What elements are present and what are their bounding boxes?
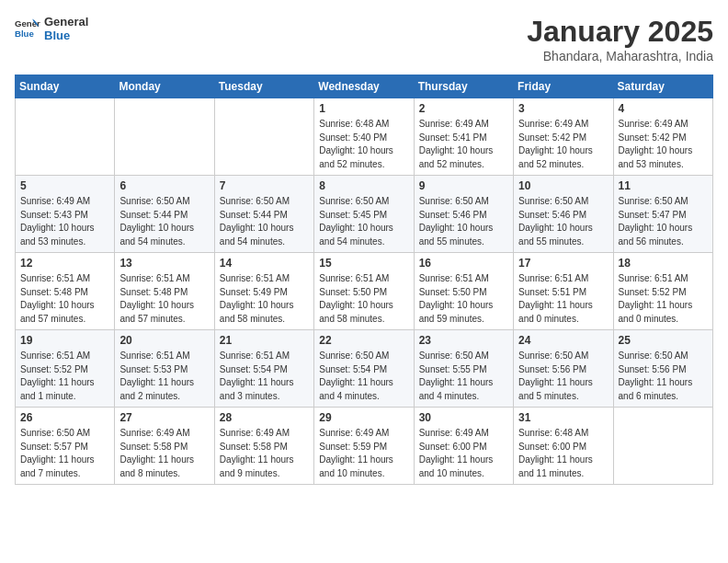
calendar-cell: 8Sunrise: 6:50 AMSunset: 5:45 PMDaylight… — [314, 176, 414, 253]
calendar-cell: 17Sunrise: 6:51 AMSunset: 5:51 PMDayligh… — [514, 253, 613, 330]
title-block: January 2025 Bhandara, Maharashtra, Indi… — [527, 15, 713, 63]
day-info: Sunrise: 6:51 AMSunset: 5:53 PMDaylight:… — [119, 350, 209, 403]
day-number: 21 — [220, 334, 309, 347]
day-info: Sunrise: 6:51 AMSunset: 5:50 PMDaylight:… — [319, 272, 408, 326]
calendar-cell: 14Sunrise: 6:51 AMSunset: 5:49 PMDayligh… — [214, 253, 313, 330]
day-info: Sunrise: 6:51 AMSunset: 5:48 PMDaylight:… — [119, 272, 209, 326]
calendar-cell: 6Sunrise: 6:50 AMSunset: 5:44 PMDaylight… — [115, 176, 214, 253]
calendar-week-1: 1Sunrise: 6:48 AMSunset: 5:40 PMDaylight… — [16, 98, 713, 176]
calendar-cell: 15Sunrise: 6:51 AMSunset: 5:50 PMDayligh… — [314, 253, 414, 330]
logo-icon: General Blue — [15, 16, 40, 41]
day-number: 19 — [20, 334, 109, 347]
day-number: 11 — [619, 179, 708, 192]
day-info: Sunrise: 6:49 AMSunset: 5:58 PMDaylight:… — [220, 427, 309, 480]
day-info: Sunrise: 6:51 AMSunset: 5:54 PMDaylight:… — [220, 350, 309, 403]
day-number: 12 — [20, 257, 109, 270]
day-info: Sunrise: 6:49 AMSunset: 5:42 PMDaylight:… — [619, 118, 708, 171]
day-info: Sunrise: 6:49 AMSunset: 6:00 PMDaylight:… — [419, 427, 508, 480]
day-number: 3 — [518, 102, 608, 115]
calendar-cell: 29Sunrise: 6:49 AMSunset: 5:59 PMDayligh… — [314, 408, 414, 485]
weekday-header-wednesday: Wednesday — [314, 75, 414, 98]
day-info: Sunrise: 6:49 AMSunset: 5:58 PMDaylight:… — [119, 427, 209, 480]
day-info: Sunrise: 6:51 AMSunset: 5:51 PMDaylight:… — [518, 272, 608, 326]
day-number: 15 — [319, 257, 408, 270]
day-number: 13 — [119, 257, 209, 270]
day-number: 8 — [319, 179, 408, 192]
calendar-cell: 10Sunrise: 6:50 AMSunset: 5:46 PMDayligh… — [514, 176, 613, 253]
day-number: 20 — [119, 334, 209, 347]
day-info: Sunrise: 6:50 AMSunset: 5:46 PMDaylight:… — [419, 195, 508, 248]
day-number: 14 — [220, 257, 309, 270]
calendar-cell: 5Sunrise: 6:49 AMSunset: 5:43 PMDaylight… — [16, 176, 115, 253]
calendar-cell: 12Sunrise: 6:51 AMSunset: 5:48 PMDayligh… — [16, 253, 115, 330]
day-number: 22 — [319, 334, 408, 347]
day-info: Sunrise: 6:49 AMSunset: 5:59 PMDaylight:… — [319, 427, 408, 480]
calendar-cell — [214, 98, 313, 176]
calendar-cell: 31Sunrise: 6:48 AMSunset: 6:00 PMDayligh… — [514, 408, 613, 485]
calendar-cell: 16Sunrise: 6:51 AMSunset: 5:50 PMDayligh… — [414, 253, 513, 330]
day-info: Sunrise: 6:51 AMSunset: 5:52 PMDaylight:… — [619, 272, 708, 326]
calendar-table: SundayMondayTuesdayWednesdayThursdayFrid… — [15, 75, 713, 485]
calendar-cell: 21Sunrise: 6:51 AMSunset: 5:54 PMDayligh… — [214, 330, 313, 408]
day-info: Sunrise: 6:50 AMSunset: 5:47 PMDaylight:… — [619, 195, 708, 248]
calendar-cell: 28Sunrise: 6:49 AMSunset: 5:58 PMDayligh… — [214, 408, 313, 485]
calendar-week-2: 5Sunrise: 6:49 AMSunset: 5:43 PMDaylight… — [16, 176, 713, 253]
day-info: Sunrise: 6:48 AMSunset: 5:40 PMDaylight:… — [319, 118, 408, 171]
day-info: Sunrise: 6:51 AMSunset: 5:49 PMDaylight:… — [220, 272, 309, 326]
weekday-header-monday: Monday — [115, 75, 214, 98]
day-number: 16 — [419, 257, 508, 270]
calendar-cell: 18Sunrise: 6:51 AMSunset: 5:52 PMDayligh… — [613, 253, 712, 330]
calendar-cell: 24Sunrise: 6:50 AMSunset: 5:56 PMDayligh… — [514, 330, 613, 408]
day-number: 29 — [319, 411, 408, 424]
day-number: 30 — [419, 411, 508, 424]
day-info: Sunrise: 6:51 AMSunset: 5:48 PMDaylight:… — [20, 272, 109, 326]
calendar-week-3: 12Sunrise: 6:51 AMSunset: 5:48 PMDayligh… — [16, 253, 713, 330]
calendar-cell: 27Sunrise: 6:49 AMSunset: 5:58 PMDayligh… — [115, 408, 214, 485]
day-number: 5 — [20, 179, 109, 192]
calendar-cell: 2Sunrise: 6:49 AMSunset: 5:41 PMDaylight… — [414, 98, 513, 176]
calendar-cell: 30Sunrise: 6:49 AMSunset: 6:00 PMDayligh… — [414, 408, 513, 485]
calendar-cell: 13Sunrise: 6:51 AMSunset: 5:48 PMDayligh… — [115, 253, 214, 330]
day-info: Sunrise: 6:50 AMSunset: 5:45 PMDaylight:… — [319, 195, 408, 248]
calendar-cell: 7Sunrise: 6:50 AMSunset: 5:44 PMDaylight… — [214, 176, 313, 253]
calendar-cell: 1Sunrise: 6:48 AMSunset: 5:40 PMDaylight… — [314, 98, 414, 176]
day-info: Sunrise: 6:51 AMSunset: 5:52 PMDaylight:… — [20, 350, 109, 403]
weekday-header-row: SundayMondayTuesdayWednesdayThursdayFrid… — [16, 75, 713, 98]
weekday-header-sunday: Sunday — [16, 75, 115, 98]
day-info: Sunrise: 6:48 AMSunset: 6:00 PMDaylight:… — [518, 427, 608, 480]
calendar-cell — [613, 408, 712, 485]
day-number: 31 — [518, 411, 608, 424]
calendar-cell: 22Sunrise: 6:50 AMSunset: 5:54 PMDayligh… — [314, 330, 414, 408]
calendar-cell — [16, 98, 115, 176]
day-number: 24 — [518, 334, 608, 347]
day-number: 27 — [119, 411, 209, 424]
calendar-cell: 11Sunrise: 6:50 AMSunset: 5:47 PMDayligh… — [613, 176, 712, 253]
calendar-cell: 26Sunrise: 6:50 AMSunset: 5:57 PMDayligh… — [16, 408, 115, 485]
day-number: 18 — [619, 257, 708, 270]
day-number: 26 — [20, 411, 109, 424]
day-number: 6 — [119, 179, 209, 192]
day-info: Sunrise: 6:50 AMSunset: 5:56 PMDaylight:… — [518, 350, 608, 403]
day-info: Sunrise: 6:50 AMSunset: 5:46 PMDaylight:… — [518, 195, 608, 248]
logo-text-general: General — [44, 15, 88, 29]
day-number: 2 — [419, 102, 508, 115]
svg-text:Blue: Blue — [15, 29, 34, 39]
calendar-cell — [115, 98, 214, 176]
day-number: 4 — [619, 102, 708, 115]
weekday-header-friday: Friday — [514, 75, 613, 98]
day-number: 23 — [419, 334, 508, 347]
day-number: 28 — [220, 411, 309, 424]
calendar-cell: 20Sunrise: 6:51 AMSunset: 5:53 PMDayligh… — [115, 330, 214, 408]
day-number: 9 — [419, 179, 508, 192]
calendar-cell: 25Sunrise: 6:50 AMSunset: 5:56 PMDayligh… — [613, 330, 712, 408]
calendar-cell: 4Sunrise: 6:49 AMSunset: 5:42 PMDaylight… — [613, 98, 712, 176]
day-info: Sunrise: 6:49 AMSunset: 5:43 PMDaylight:… — [20, 195, 109, 248]
logo: General Blue General Blue — [15, 15, 88, 42]
day-number: 10 — [518, 179, 608, 192]
day-info: Sunrise: 6:49 AMSunset: 5:41 PMDaylight:… — [419, 118, 508, 171]
day-info: Sunrise: 6:50 AMSunset: 5:44 PMDaylight:… — [119, 195, 209, 248]
day-info: Sunrise: 6:50 AMSunset: 5:54 PMDaylight:… — [319, 350, 408, 403]
month-year-title: January 2025 — [527, 15, 713, 49]
day-info: Sunrise: 6:49 AMSunset: 5:42 PMDaylight:… — [518, 118, 608, 171]
calendar-cell: 19Sunrise: 6:51 AMSunset: 5:52 PMDayligh… — [16, 330, 115, 408]
